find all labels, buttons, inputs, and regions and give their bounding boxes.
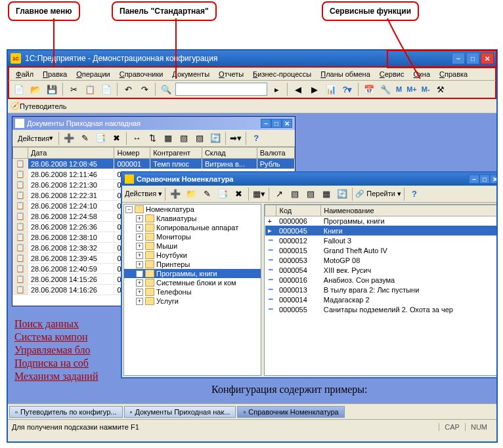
cut-icon[interactable]: ✂ [66, 82, 81, 96]
menu-item-1[interactable]: Правка [39, 69, 71, 79]
task-button[interactable]: ▫Документы Приходная нак... [124, 406, 236, 418]
cat-b1-icon[interactable]: ▧ [288, 187, 302, 201]
redo-icon[interactable]: ↷ [137, 82, 152, 96]
help-icon[interactable]: ?▾ [340, 82, 355, 96]
menu-item-3[interactable]: Справочники [116, 69, 167, 79]
doc-close-button[interactable]: ✕ [282, 119, 292, 128]
list-item[interactable]: ▸ 0000045Книги [265, 226, 497, 235]
tree-node[interactable]: +Мониторы [124, 232, 261, 241]
doc-copy-icon[interactable]: 📑 [93, 131, 108, 146]
doc-t3-icon[interactable]: ▨ [192, 131, 207, 146]
doc-t2-icon[interactable]: ▧ [177, 131, 191, 146]
doc-col-header[interactable]: Валюта [257, 148, 294, 159]
doc-minimize-button[interactable]: – [261, 119, 271, 128]
report-icon[interactable]: 📊 [324, 82, 338, 96]
doc-filter-icon[interactable]: ↔ [129, 131, 144, 146]
cat-hierarchy-icon[interactable]: ▦▾ [252, 187, 266, 201]
tree-node[interactable]: +Принтеры [124, 260, 261, 269]
minimize-button[interactable]: – [452, 52, 465, 64]
cat-list[interactable]: КодНаименование+ 0000006Программы, книги… [264, 204, 496, 376]
menu-item-8[interactable]: Сервис [376, 69, 408, 79]
list-item[interactable]: ━0000053MotoGP 08 [265, 255, 497, 265]
cat-col-header[interactable]: Код [276, 205, 321, 216]
tree-node[interactable]: +Услуги [124, 296, 261, 306]
doc-col-header[interactable]: Дата [28, 148, 114, 159]
list-item[interactable]: ━0000015Grand Theft Auto IV [265, 245, 497, 255]
tree-node[interactable]: +Копировальные аппарат [124, 223, 261, 232]
cat-close-button[interactable]: ✕ [490, 174, 496, 184]
list-item[interactable]: ━0000014Мадагаскар 2 [265, 295, 497, 304]
doc-sort-icon[interactable]: ⇅ [145, 131, 160, 146]
doc-goto-icon[interactable]: ➡▾ [229, 131, 243, 146]
maximize-button[interactable]: □ [466, 52, 479, 64]
doc-delete-icon[interactable]: ✖ [109, 131, 123, 146]
tree-node[interactable]: +Мыши [124, 241, 261, 251]
tree-node[interactable]: +Ноутбуки [124, 251, 261, 260]
calendar-icon[interactable]: 📅 [362, 82, 376, 96]
doc-col-header[interactable]: Склад [202, 148, 257, 159]
table-row[interactable]: 📋28.06.2008 12:08:45000001Темп плюсВитри… [13, 159, 295, 169]
tree-node[interactable]: +Системные блоки и ком [124, 278, 261, 287]
list-item[interactable]: + 0000006Программы, книги [265, 216, 497, 226]
doc-col-header[interactable]: Контрагент [150, 148, 202, 159]
cat-copy-icon[interactable]: 📑 [215, 187, 230, 201]
tree-node[interactable]: +Программы, книги [124, 269, 261, 278]
cat-b2-icon[interactable]: ▨ [303, 187, 318, 201]
menu-item-7[interactable]: Планы обмена [317, 69, 374, 79]
search-input[interactable] [175, 83, 267, 96]
doc-help-icon[interactable]: ? [249, 131, 263, 146]
memory-mminus[interactable]: M- [420, 85, 431, 93]
cat-col-header[interactable]: Наименование [321, 205, 496, 216]
memory-m[interactable]: M [395, 85, 403, 93]
save-icon[interactable]: 💾 [45, 82, 59, 96]
tree-node[interactable]: +Клавиатуры [124, 214, 261, 223]
cat-edit-icon[interactable]: ✎ [200, 187, 214, 201]
task-button[interactable]: ▫Справочник Номенклатура [237, 406, 344, 418]
settings-icon[interactable]: ⚒ [433, 82, 448, 96]
cat-folder-icon[interactable]: 📁 [184, 187, 198, 201]
new-icon[interactable]: 📄 [12, 82, 26, 96]
menu-item-2[interactable]: Операции [72, 69, 114, 79]
cat-tree[interactable]: −Номенклатура+Клавиатуры+Копировальные а… [123, 204, 261, 376]
tree-node[interactable]: +Телефоны [124, 287, 261, 296]
cat-refresh-icon[interactable]: 🔄 [335, 187, 349, 201]
cat-delete-icon[interactable]: ✖ [231, 187, 246, 201]
cat-col-header[interactable] [265, 205, 276, 216]
doc-actions-menu[interactable]: Действия ▾ [15, 132, 56, 144]
cat-help-icon[interactable]: ? [407, 187, 422, 201]
list-item[interactable]: ━0000054XIII век. Русич [265, 265, 497, 275]
nav-fwd-icon[interactable]: ▶ [307, 82, 322, 96]
memory-mplus[interactable]: M+ [405, 85, 418, 93]
doc-maximize-button[interactable]: □ [271, 119, 282, 128]
list-item[interactable]: ━0000016Анабиоз. Сон разума [265, 275, 497, 285]
cat-b3-icon[interactable]: ▦ [319, 187, 334, 201]
list-item[interactable]: ━0000013В тылу врага 2: Лис пустыни [265, 285, 497, 295]
copy-icon[interactable]: 📋 [83, 82, 97, 96]
menu-item-6[interactable]: Бизнес-процессы [249, 69, 315, 79]
find-icon[interactable]: 🔍 [159, 82, 173, 96]
search-go-icon[interactable]: ▸ [269, 82, 284, 96]
paste-icon[interactable]: 📄 [99, 82, 114, 96]
menu-item-10[interactable]: Справка [435, 69, 471, 79]
doc-add-icon[interactable]: ➕ [62, 131, 76, 146]
doc-col-header[interactable]: Номер [114, 148, 150, 159]
list-item[interactable]: ━0000055Санитары подземелий 2. Охота за … [265, 304, 497, 314]
cat-maximize-button[interactable]: □ [479, 174, 490, 184]
cat-minimize-button[interactable]: – [469, 174, 479, 184]
close-button[interactable]: ✕ [481, 52, 494, 64]
menu-item-0[interactable]: Файл [12, 69, 37, 79]
menu-item-4[interactable]: Документы [168, 69, 213, 79]
doc-edit-icon[interactable]: ✎ [77, 131, 92, 146]
tree-root[interactable]: −Номенклатура [124, 205, 261, 214]
task-button[interactable]: ▫Путеводитель по конфигур... [9, 406, 123, 418]
undo-icon[interactable]: ↶ [121, 82, 135, 96]
list-item[interactable]: ━0000012Fallout 3 [265, 235, 497, 245]
doc-col-header[interactable] [13, 148, 28, 159]
doc-refresh-icon[interactable]: 🔄 [208, 131, 223, 146]
cat-actions-menu[interactable]: Действия ▾ [125, 190, 162, 198]
cat-add-icon[interactable]: ➕ [168, 187, 183, 201]
tools-icon[interactable]: 🔧 [378, 82, 393, 96]
menu-item-9[interactable]: Окна [409, 69, 434, 79]
cat-move-icon[interactable]: ↗ [272, 187, 286, 201]
nav-back-icon[interactable]: ◀ [291, 82, 305, 96]
